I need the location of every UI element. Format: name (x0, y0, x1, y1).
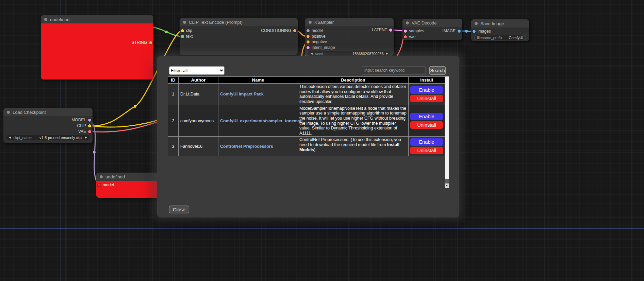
slot-label: images (478, 29, 491, 34)
slot-label: IMAGE (442, 29, 456, 33)
collapse-dot-icon[interactable] (406, 21, 409, 24)
output-dot-clip[interactable] (88, 124, 91, 127)
output-slot-latent: LATENT (372, 28, 392, 32)
comfyui-canvas[interactable]: { "colors": { "node_red": "#ef151d", "wi… (0, 0, 644, 281)
wire-dot (465, 30, 468, 33)
node-titlebar[interactable]: Save Image (471, 19, 529, 28)
input-dot-clip[interactable] (181, 29, 184, 32)
node-titlebar[interactable]: VAE Decode (402, 19, 462, 27)
wire-dot (134, 105, 136, 108)
slot-label: model (103, 182, 114, 187)
filter-select[interactable]: Filter: all (169, 66, 225, 75)
slot-label: VAE (78, 129, 86, 134)
input-slot-text: text (181, 34, 193, 39)
extension-link[interactable]: ComfyUI_experiments/sampler_tonemap (220, 119, 302, 123)
input-slot-latent-image: latent_image (307, 45, 335, 50)
node-load-checkpoint[interactable]: Load Checkpoint MODEL CLIP VAE ◀ ckpt_na… (3, 108, 93, 143)
output-dot-conditioning[interactable] (293, 29, 296, 32)
enable-button[interactable]: Enable (410, 138, 443, 146)
node-title-label: Load Checkpoint (13, 110, 46, 115)
node-titlebar[interactable]: Load Checkpoint (3, 108, 93, 116)
input-dot-model[interactable] (98, 183, 101, 187)
cell-id: 2 (168, 105, 179, 137)
table-row: 3 Fannovel16 ControlNet Preprocessors Co… (168, 137, 445, 156)
uninstall-button[interactable]: Uninstall (410, 95, 443, 102)
extensions-table-wrap: ID Author Name Description Install 1 Dr.… (168, 76, 449, 188)
ckpt-name-widget[interactable]: ◀ ckpt_name v1-5-pruned-emaonly.ckpt ▶ (6, 135, 89, 140)
table-row: 1 Dr.Lt.Data ComfyUI Impact Pack This ex… (168, 84, 445, 105)
output-dot-model[interactable] (88, 119, 91, 122)
slot-label: clip (186, 28, 192, 33)
filename-prefix-widget[interactable]: filename_prefix ComfyUI (474, 35, 526, 40)
cell-id: 1 (168, 84, 179, 105)
input-dot-vae[interactable] (404, 35, 407, 38)
cell-id: 3 (168, 137, 179, 156)
cell-description: This extension offers various detector n… (298, 84, 409, 105)
node-save-image[interactable]: Save Image images filename_prefix ComfyU… (471, 19, 529, 41)
stepper-left-icon[interactable]: ◀ (9, 136, 11, 139)
table-scrollbar[interactable]: ▼ (445, 76, 449, 188)
close-button[interactable]: Close (169, 206, 189, 213)
cell-description: ModelSamplerTonemapNoiseTest a node that… (298, 105, 409, 137)
input-slot-model: model (98, 182, 114, 187)
collapse-dot-icon[interactable] (475, 22, 478, 25)
slot-label: positive (312, 34, 326, 39)
cell-author: comfyanonymous (179, 105, 218, 137)
enable-button[interactable]: Enable (410, 113, 443, 120)
input-dot-latent-image[interactable] (307, 46, 310, 49)
stepper-right-icon[interactable]: ▶ (386, 52, 388, 55)
cell-install: Enable Uninstall (409, 137, 445, 156)
output-slot-string: STRING (132, 40, 152, 45)
stepper-right-icon[interactable]: ▶ (85, 136, 87, 139)
output-dot-latent[interactable] (389, 29, 392, 32)
input-slot-model: model (307, 28, 323, 33)
slot-label: STRING (132, 40, 147, 45)
collapse-dot-icon[interactable] (7, 111, 10, 114)
slot-label: model (312, 28, 323, 33)
collapse-dot-icon[interactable] (183, 21, 186, 24)
extension-link[interactable]: ComfyUI Impact Pack (220, 92, 264, 96)
input-dot-positive[interactable] (307, 35, 310, 38)
table-header-row: ID Author Name Description Install (168, 77, 445, 84)
header-description: Description (298, 77, 409, 84)
node-ksampler[interactable]: KSampler model positive negative latent_… (305, 18, 394, 56)
dialog-controls: Filter: all Search (169, 66, 446, 75)
cell-author: Dr.Lt.Data (179, 84, 218, 105)
scroll-down-icon[interactable]: ▼ (445, 183, 449, 188)
node-titlebar[interactable]: KSampler (305, 18, 394, 26)
node-undefined-string[interactable]: undefined STRING (41, 15, 153, 80)
cell-author: Fannovel16 (179, 137, 218, 156)
node-vae-decode[interactable]: VAE Decode samples vae IMAGE (402, 19, 462, 40)
slot-label: vae (409, 34, 415, 39)
output-dot-image[interactable] (458, 30, 461, 33)
node-titlebar[interactable]: undefined (41, 15, 153, 23)
input-dot-text[interactable] (181, 35, 184, 38)
input-dot-samples[interactable] (404, 30, 407, 33)
seed-widget[interactable]: ◀ seed 156680208700286 ▶ (308, 51, 391, 56)
stepper-left-icon[interactable]: ◀ (311, 52, 313, 55)
search-input[interactable] (362, 67, 426, 74)
input-dot-negative[interactable] (307, 40, 310, 43)
slot-label: samples (409, 29, 424, 33)
uninstall-button[interactable]: Uninstall (410, 121, 443, 129)
output-dot-vae[interactable] (88, 130, 91, 133)
input-dot-model[interactable] (307, 29, 310, 32)
node-clip-text-encode[interactable]: CLIP Text Encode (Prompt) clip text COND… (180, 18, 298, 55)
uninstall-button[interactable]: Uninstall (410, 147, 443, 154)
scrollbar-thumb[interactable] (445, 76, 449, 179)
enable-button[interactable]: Enable (410, 86, 443, 94)
extension-link[interactable]: ControlNet Preprocessors (220, 144, 273, 149)
search-button[interactable]: Search (429, 66, 446, 75)
table-row: 2 comfyanonymous ComfyUI_experiments/sam… (168, 105, 445, 137)
collapse-dot-icon[interactable] (44, 18, 47, 21)
description-text: ) (314, 147, 315, 152)
output-dot-string[interactable] (149, 41, 152, 44)
slot-label: latent_image (312, 45, 335, 50)
input-dot-images[interactable] (473, 30, 476, 33)
output-slot-image: IMAGE (442, 29, 461, 33)
node-titlebar[interactable]: CLIP Text Encode (Prompt) (180, 18, 298, 26)
collapse-dot-icon[interactable] (100, 175, 103, 178)
widget-label: seed (315, 52, 323, 56)
collapse-dot-icon[interactable] (309, 21, 312, 24)
output-slot-vae: VAE (78, 129, 91, 134)
